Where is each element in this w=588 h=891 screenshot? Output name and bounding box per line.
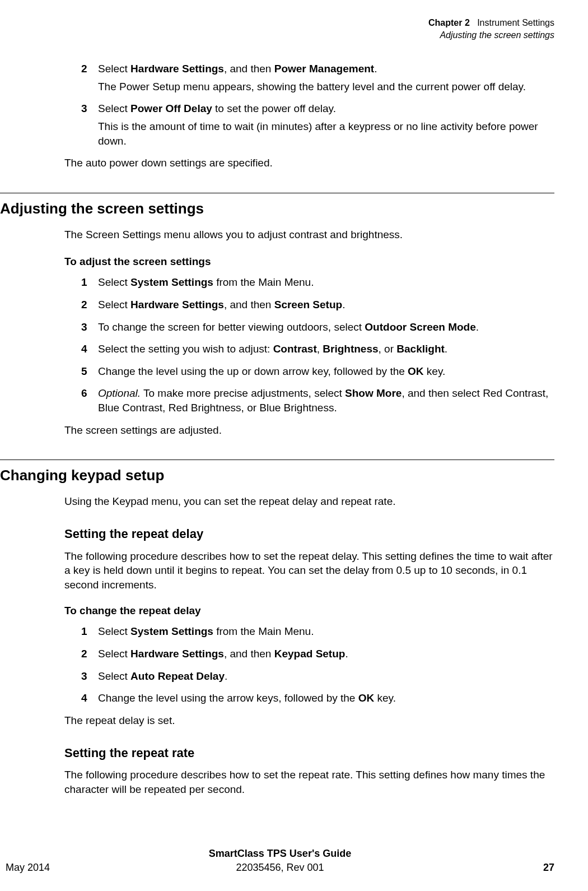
chapter-label: Chapter 2 (428, 18, 470, 27)
result-text: The auto power down settings are specifi… (64, 156, 554, 170)
page-header: Chapter 2 Instrument Settings Adjusting … (428, 17, 554, 41)
section-intro: Using the Keypad menu, you can set the r… (64, 494, 554, 509)
step-number: 3 (81, 101, 87, 116)
page-content: 2 Select Hardware Settings, and then Pow… (0, 56, 554, 808)
footer-docnum: 22035456, Rev 001 (236, 862, 324, 873)
chapter-title (472, 18, 477, 27)
footer-page: 27 (543, 861, 554, 874)
step-sub: The Power Setup menu appears, showing th… (98, 80, 554, 94)
section-rule (0, 460, 554, 460)
section-heading: Changing keypad setup (0, 466, 554, 485)
section-heading: Adjusting the screen settings (0, 199, 554, 219)
subsection-intro: The following procedure describes how to… (64, 768, 554, 796)
keypad-step-1: 1 Select System Settings from the Main M… (98, 624, 554, 639)
step-2: 2 Select Hardware Settings, and then Pow… (98, 62, 554, 94)
subsection-heading: Setting the repeat rate (64, 745, 554, 762)
footer-title: SmartClass TPS User's Guide (6, 847, 554, 860)
page-footer: SmartClass TPS User's Guide May 2014 220… (6, 847, 554, 874)
screen-step-6: 6 Optional. To make more precise adjustm… (98, 386, 554, 415)
subsection-heading: Setting the repeat delay (64, 526, 554, 542)
screen-step-4: 4 Select the setting you wish to adjust:… (98, 342, 554, 356)
screen-step-2: 2 Select Hardware Settings, and then Scr… (98, 298, 554, 312)
keypad-step-2: 2 Select Hardware Settings, and then Key… (98, 647, 554, 661)
subsection-intro: The following procedure describes how to… (64, 549, 554, 592)
result-text: The repeat delay is set. (64, 713, 554, 728)
section-intro: The Screen Settings menu allows you to a… (64, 228, 554, 242)
footer-date: May 2014 (6, 861, 50, 874)
step-number: 2 (81, 62, 87, 76)
task-title: To change the repeat delay (64, 604, 554, 618)
screen-step-3: 3 To change the screen for better viewin… (98, 320, 554, 335)
step-sub: This is the amount of time to wait (in m… (98, 119, 554, 148)
step-3: 3 Select Power Off Delay to set the powe… (98, 101, 554, 148)
screen-step-5: 5 Change the level using the up or down … (98, 364, 554, 379)
section-rule (0, 193, 554, 193)
keypad-step-4: 4 Change the level using the arrow keys,… (98, 691, 554, 706)
keypad-step-3: 3 Select Auto Repeat Delay. (98, 669, 554, 684)
screen-step-1: 1 Select System Settings from the Main M… (98, 275, 554, 290)
chapter-title-text: Instrument Settings (477, 18, 554, 27)
result-text: The screen settings are adjusted. (64, 423, 554, 438)
header-section: Adjusting the screen settings (428, 29, 554, 41)
task-title: To adjust the screen settings (64, 254, 554, 269)
